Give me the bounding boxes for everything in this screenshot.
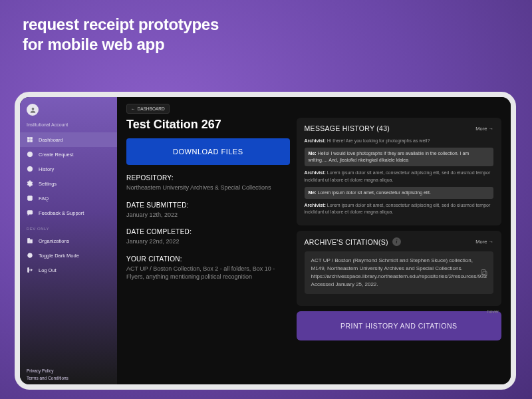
sidebar-item-label: History <box>39 166 54 172</box>
sidebar: Institutional Account Dashboard Create R… <box>20 97 117 384</box>
repository-value: Northeastern University Archives & Speci… <box>126 184 290 192</box>
date-submitted-value: January 12th, 2022 <box>126 211 290 219</box>
arrow-left-icon: ← <box>131 106 136 111</box>
download-files-button[interactable]: DOWNLOAD FILES <box>126 138 290 165</box>
message-item: Me: Lorem ipsum dolor sit amet, consecte… <box>305 187 493 199</box>
faq-icon <box>27 195 33 201</box>
svg-rect-18 <box>483 271 487 276</box>
sidebar-item-label: Organizations <box>39 238 69 244</box>
tablet-frame: Institutional Account Dashboard Create R… <box>15 92 516 390</box>
date-completed-value: January 22nd, 2022 <box>126 237 290 246</box>
sidebar-item-label: Feedback & Support <box>39 210 84 216</box>
account-type-label: Institutional Account <box>20 120 117 132</box>
plus-circle-icon <box>27 151 33 158</box>
sidebar-item-feedback[interactable]: Feedback & Support <box>20 205 117 220</box>
message-item: Archivist: Lorem ipsum dolor sit amet, c… <box>305 170 493 183</box>
main-nav: Dashboard Create Request History Setting… <box>20 132 117 220</box>
citation-details: Test Citation 267 DOWNLOAD FILES REPOSIT… <box>126 118 290 376</box>
message-history-panel: MESSAGE HISTORY (43) More → Archivist: H… <box>297 118 501 225</box>
date-submitted-label: DATE SUBMITTED: <box>126 201 290 209</box>
svg-rect-2 <box>30 137 32 139</box>
citations-more-link[interactable]: More → <box>475 239 493 245</box>
logout-icon <box>27 267 33 273</box>
your-citation-label: YOUR CITATION: <box>126 255 290 263</box>
organizations-icon <box>27 237 33 244</box>
sidebar-item-create-request[interactable]: Create Request <box>20 147 117 162</box>
sidebar-item-history[interactable]: History <box>20 162 117 176</box>
messages-more-link[interactable]: More → <box>475 126 493 132</box>
sidebar-item-toggle-dark[interactable]: Toggle Dark Mode <box>20 248 117 263</box>
message-item: Archivist: Hi there! Are you looking for… <box>305 138 493 144</box>
sidebar-item-logout[interactable]: Log Out <box>20 263 117 277</box>
your-citation-value: ACT UP / Boston Collection, Box 2 - all … <box>126 265 290 281</box>
citation-title: Test Citation 267 <box>126 118 290 132</box>
repository-label: REPOSITORY: <box>126 174 290 182</box>
sidebar-item-dashboard[interactable]: Dashboard <box>20 132 117 147</box>
dev-nav: Organizations Toggle Dark Mode Log Out <box>20 233 117 277</box>
archive-citations-panel: ARCHIVE'S CITATION(S) i More → ACT UP / … <box>297 231 501 306</box>
history-icon <box>27 166 33 172</box>
sidebar-footer: Privacy Policy Terms and Conditions <box>27 368 68 380</box>
sidebar-item-label: Dashboard <box>39 137 63 143</box>
messages-list: Archivist: Hi there! Are you looking for… <box>305 138 493 219</box>
sidebar-item-label: Toggle Dark Mode <box>39 253 79 259</box>
back-button-label: DASHBOARD <box>138 106 165 111</box>
privacy-link[interactable]: Privacy Policy <box>27 368 68 373</box>
dark-mode-icon <box>27 252 33 259</box>
svg-rect-14 <box>28 239 30 243</box>
chat-icon <box>27 209 33 216</box>
svg-rect-1 <box>27 137 29 139</box>
print-history-button[interactable]: PRINT HISTORY AND CITATIONS <box>297 311 501 340</box>
sidebar-item-label: Log Out <box>39 267 57 273</box>
message-history-title: MESSAGE HISTORY (43) <box>305 124 390 132</box>
svg-rect-19 <box>481 270 485 275</box>
avatar[interactable] <box>27 104 39 116</box>
dashboard-icon <box>27 136 33 143</box>
terms-link[interactable]: Terms and Conditions <box>27 376 68 380</box>
copy-icon[interactable] <box>480 268 488 277</box>
sidebar-item-label: Create Request <box>39 152 74 158</box>
message-item: Me: Hello! I would love photographs if t… <box>305 148 493 166</box>
archive-citation-text: ACT UP / Boston (Raymond Schmidt and Ste… <box>305 251 493 294</box>
page-heading: request receipt prototypes for mobile we… <box>23 15 219 55</box>
svg-rect-3 <box>27 140 29 142</box>
info-icon[interactable]: i <box>392 237 401 246</box>
main-content: ← DASHBOARD Test Citation 267 DOWNLOAD F… <box>117 97 511 384</box>
sidebar-item-label: FAQ <box>39 196 49 201</box>
archive-citations-title: ARCHIVE'S CITATION(S) i <box>305 237 401 246</box>
sidebar-item-faq[interactable]: FAQ <box>20 191 117 205</box>
svg-rect-15 <box>30 239 32 243</box>
dev-section-label: DEV ONLY <box>20 220 117 233</box>
sidebar-item-settings[interactable]: Settings <box>20 176 117 191</box>
sidebar-item-label: Settings <box>39 181 57 187</box>
gear-icon <box>27 180 33 187</box>
svg-rect-13 <box>27 211 33 214</box>
date-completed-label: DATE COMPLETED: <box>126 228 290 235</box>
hover-label: hover <box>487 309 499 314</box>
svg-rect-4 <box>30 140 32 142</box>
message-item: Archivist: Lorem ipsum dolor sit amet, c… <box>305 202 493 215</box>
svg-point-0 <box>31 107 34 110</box>
back-to-dashboard-button[interactable]: ← DASHBOARD <box>126 104 170 114</box>
sidebar-item-organizations[interactable]: Organizations <box>20 233 117 248</box>
